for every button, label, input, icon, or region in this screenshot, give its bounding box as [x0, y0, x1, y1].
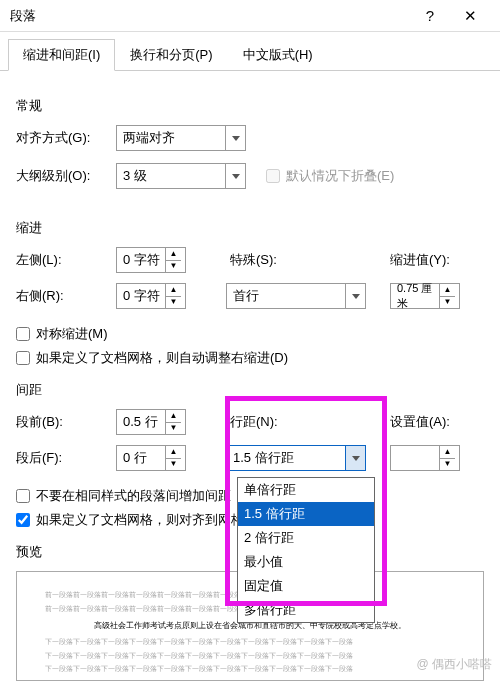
help-button[interactable]: ?: [410, 0, 450, 32]
section-indent: 缩进: [16, 219, 484, 237]
spin-down-icon[interactable]: ▼: [166, 459, 181, 471]
chevron-down-icon[interactable]: [225, 126, 245, 150]
special-combo[interactable]: 首行: [226, 283, 366, 309]
tab-line-page[interactable]: 换行和分页(P): [115, 39, 227, 71]
watermark: @ 偶西小嗒嗒: [416, 656, 492, 673]
indent-by-spin[interactable]: 0.75 厘米 ▲▼: [390, 283, 460, 309]
mirror-indent-label: 对称缩进(M): [36, 325, 108, 343]
chevron-down-icon[interactable]: [345, 284, 365, 308]
indent-grid-label: 如果定义了文档网格，则自动调整右缩进(D): [36, 349, 288, 367]
tab-bar: 缩进和间距(I) 换行和分页(P) 中文版式(H): [0, 32, 500, 71]
dropdown-item-atleast[interactable]: 最小值: [238, 550, 374, 574]
indent-by-label: 缩进值(Y):: [390, 251, 460, 269]
align-value: 两端对齐: [123, 129, 175, 147]
spin-up-icon[interactable]: ▲: [166, 248, 181, 261]
chevron-down-icon[interactable]: [345, 446, 365, 470]
tab-indent-spacing[interactable]: 缩进和间距(I): [8, 39, 115, 71]
spin-down-icon[interactable]: ▼: [166, 423, 181, 435]
spin-up-icon[interactable]: ▲: [440, 446, 455, 459]
dropdown-item-1-5[interactable]: 1.5 倍行距: [238, 502, 374, 526]
nostyle-space-label: 不要在相同样式的段落间增加间距: [36, 487, 231, 505]
spin-up-icon[interactable]: ▲: [166, 410, 181, 423]
spin-down-icon[interactable]: ▼: [440, 297, 455, 309]
spin-up-icon[interactable]: ▲: [440, 284, 455, 297]
dropdown-item-single[interactable]: 单倍行距: [238, 478, 374, 502]
line-spacing-label: 行距(N):: [226, 413, 366, 431]
spin-up-icon[interactable]: ▲: [166, 446, 181, 459]
before-label: 段前(B):: [16, 413, 116, 431]
dropdown-item-multiple[interactable]: 多倍行距: [238, 598, 374, 622]
left-indent-label: 左侧(L):: [16, 251, 116, 269]
close-button[interactable]: ✕: [450, 0, 490, 32]
after-label: 段后(F):: [16, 449, 116, 467]
right-indent-spin[interactable]: 0 字符 ▲▼: [116, 283, 186, 309]
nostyle-space-checkbox[interactable]: [16, 489, 30, 503]
spin-up-icon[interactable]: ▲: [166, 284, 181, 297]
before-spin[interactable]: 0.5 行 ▲▼: [116, 409, 186, 435]
spin-down-icon[interactable]: ▼: [166, 297, 181, 309]
dropdown-item-double[interactable]: 2 倍行距: [238, 526, 374, 550]
chevron-down-icon[interactable]: [225, 164, 245, 188]
mirror-indent-checkbox[interactable]: [16, 327, 30, 341]
dropdown-item-exact[interactable]: 固定值: [238, 574, 374, 598]
line-spacing-combo[interactable]: 1.5 倍行距: [226, 445, 366, 471]
align-label: 对齐方式(G):: [16, 129, 116, 147]
indent-grid-checkbox[interactable]: [16, 351, 30, 365]
align-combo[interactable]: 两端对齐: [116, 125, 246, 151]
spin-down-icon[interactable]: ▼: [440, 459, 455, 471]
spacing-grid-checkbox[interactable]: [16, 513, 30, 527]
spin-down-icon[interactable]: ▼: [166, 261, 181, 273]
dialog-title: 段落: [10, 7, 410, 25]
after-spin[interactable]: 0 行 ▲▼: [116, 445, 186, 471]
special-label: 特殊(S):: [226, 251, 366, 269]
outline-combo[interactable]: 3 级: [116, 163, 246, 189]
outline-label: 大纲级别(O):: [16, 167, 116, 185]
at-label: 设置值(A):: [390, 413, 460, 431]
at-spin[interactable]: ▲▼: [390, 445, 460, 471]
collapse-label: 默认情况下折叠(E): [286, 167, 394, 185]
left-indent-spin[interactable]: 0 字符 ▲▼: [116, 247, 186, 273]
spacing-grid-label: 如果定义了文档网格，则对齐到网格: [36, 511, 244, 529]
right-indent-label: 右侧(R):: [16, 287, 116, 305]
outline-value: 3 级: [123, 167, 147, 185]
collapse-checkbox: [266, 169, 280, 183]
line-spacing-dropdown: 单倍行距 1.5 倍行距 2 倍行距 最小值 固定值 多倍行距: [237, 477, 375, 623]
section-general: 常规: [16, 97, 484, 115]
section-spacing: 间距: [16, 381, 484, 399]
tab-cjk[interactable]: 中文版式(H): [228, 39, 328, 71]
